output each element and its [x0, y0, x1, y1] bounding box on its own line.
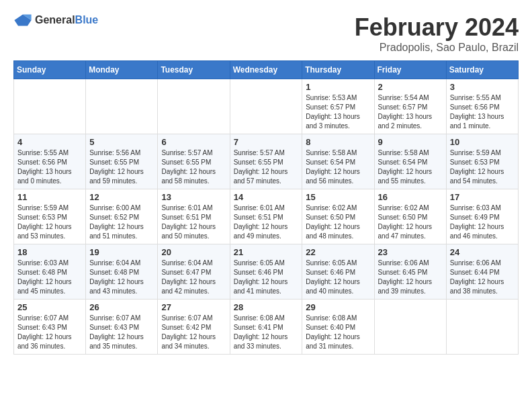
- day-cell: 9Sunrise: 5:58 AM Sunset: 6:54 PM Daylig…: [374, 134, 446, 189]
- day-cell: 25Sunrise: 6:07 AM Sunset: 6:43 PM Dayli…: [14, 300, 86, 355]
- day-cell: 1Sunrise: 5:53 AM Sunset: 6:57 PM Daylig…: [302, 79, 374, 134]
- day-info: Sunrise: 6:07 AM Sunset: 6:43 PM Dayligh…: [17, 314, 82, 351]
- day-number: 12: [89, 192, 154, 202]
- day-info: Sunrise: 6:07 AM Sunset: 6:42 PM Dayligh…: [161, 314, 226, 351]
- week-row-1: 1Sunrise: 5:53 AM Sunset: 6:57 PM Daylig…: [14, 79, 519, 134]
- week-row-5: 25Sunrise: 6:07 AM Sunset: 6:43 PM Dayli…: [14, 300, 519, 355]
- day-info: Sunrise: 6:08 AM Sunset: 6:40 PM Dayligh…: [306, 314, 370, 351]
- day-number: 15: [306, 192, 370, 202]
- day-info: Sunrise: 5:54 AM Sunset: 6:57 PM Dayligh…: [378, 93, 443, 131]
- day-info: Sunrise: 5:53 AM Sunset: 6:57 PM Dayligh…: [306, 93, 370, 131]
- day-cell: 14Sunrise: 6:01 AM Sunset: 6:51 PM Dayli…: [230, 189, 302, 244]
- header-cell-friday: Friday: [374, 61, 446, 79]
- header-cell-thursday: Thursday: [302, 61, 374, 79]
- day-cell: [86, 79, 158, 134]
- day-info: Sunrise: 6:08 AM Sunset: 6:41 PM Dayligh…: [234, 314, 299, 351]
- day-number: 10: [450, 137, 515, 147]
- day-info: Sunrise: 5:58 AM Sunset: 6:54 PM Dayligh…: [306, 148, 370, 186]
- day-info: Sunrise: 5:57 AM Sunset: 6:55 PM Dayligh…: [234, 148, 299, 186]
- day-number: 24: [450, 247, 515, 257]
- day-info: Sunrise: 5:55 AM Sunset: 6:56 PM Dayligh…: [450, 93, 515, 131]
- day-cell: 13Sunrise: 6:01 AM Sunset: 6:51 PM Dayli…: [158, 189, 230, 244]
- day-cell: 21Sunrise: 6:05 AM Sunset: 6:46 PM Dayli…: [230, 244, 302, 300]
- day-info: Sunrise: 6:01 AM Sunset: 6:51 PM Dayligh…: [234, 203, 299, 241]
- day-number: 17: [450, 192, 515, 202]
- week-row-2: 4Sunrise: 5:55 AM Sunset: 6:56 PM Daylig…: [14, 134, 519, 189]
- day-number: 13: [161, 192, 226, 202]
- day-cell: [446, 300, 518, 355]
- day-cell: 16Sunrise: 6:02 AM Sunset: 6:50 PM Dayli…: [374, 189, 446, 244]
- day-number: 1: [306, 82, 370, 92]
- day-cell: 7Sunrise: 5:57 AM Sunset: 6:55 PM Daylig…: [230, 134, 302, 189]
- day-info: Sunrise: 6:06 AM Sunset: 6:44 PM Dayligh…: [450, 259, 515, 296]
- day-info: Sunrise: 6:05 AM Sunset: 6:46 PM Dayligh…: [306, 259, 370, 296]
- day-cell: 12Sunrise: 6:00 AM Sunset: 6:52 PM Dayli…: [86, 189, 158, 244]
- day-cell: 18Sunrise: 6:03 AM Sunset: 6:48 PM Dayli…: [14, 244, 86, 300]
- day-number: 19: [89, 247, 154, 257]
- logo-icon: [13, 13, 32, 27]
- day-info: Sunrise: 6:04 AM Sunset: 6:47 PM Dayligh…: [161, 259, 226, 296]
- header-cell-sunday: Sunday: [14, 61, 86, 79]
- day-info: Sunrise: 5:59 AM Sunset: 6:53 PM Dayligh…: [450, 148, 515, 186]
- day-cell: [374, 300, 446, 355]
- day-number: 21: [234, 247, 299, 257]
- header: GeneralBlue February 2024 Pradopolis, Sa…: [13, 13, 519, 54]
- header-cell-tuesday: Tuesday: [158, 61, 230, 79]
- day-cell: [158, 79, 230, 134]
- day-number: 29: [306, 302, 370, 312]
- day-number: 4: [17, 137, 82, 147]
- header-cell-monday: Monday: [86, 61, 158, 79]
- day-cell: [230, 79, 302, 134]
- day-info: Sunrise: 5:56 AM Sunset: 6:55 PM Dayligh…: [89, 148, 154, 186]
- day-cell: [14, 79, 86, 134]
- header-cell-wednesday: Wednesday: [230, 61, 302, 79]
- day-number: 9: [378, 137, 443, 147]
- day-cell: 26Sunrise: 6:07 AM Sunset: 6:43 PM Dayli…: [86, 300, 158, 355]
- logo: GeneralBlue: [13, 13, 98, 27]
- day-cell: 8Sunrise: 5:58 AM Sunset: 6:54 PM Daylig…: [302, 134, 374, 189]
- day-info: Sunrise: 6:03 AM Sunset: 6:48 PM Dayligh…: [17, 259, 82, 296]
- header-row: SundayMondayTuesdayWednesdayThursdayFrid…: [14, 61, 519, 79]
- day-number: 28: [234, 302, 299, 312]
- day-cell: 10Sunrise: 5:59 AM Sunset: 6:53 PM Dayli…: [446, 134, 518, 189]
- day-cell: 24Sunrise: 6:06 AM Sunset: 6:44 PM Dayli…: [446, 244, 518, 300]
- day-info: Sunrise: 6:06 AM Sunset: 6:45 PM Dayligh…: [378, 259, 443, 296]
- day-cell: 29Sunrise: 6:08 AM Sunset: 6:40 PM Dayli…: [302, 300, 374, 355]
- day-cell: 3Sunrise: 5:55 AM Sunset: 6:56 PM Daylig…: [446, 79, 518, 134]
- title-area: February 2024 Pradopolis, Sao Paulo, Bra…: [355, 13, 519, 54]
- day-info: Sunrise: 5:57 AM Sunset: 6:55 PM Dayligh…: [161, 148, 226, 186]
- day-number: 18: [17, 247, 82, 257]
- day-cell: 22Sunrise: 6:05 AM Sunset: 6:46 PM Dayli…: [302, 244, 374, 300]
- logo-text-general: General: [35, 14, 75, 26]
- day-number: 7: [234, 137, 299, 147]
- day-cell: 5Sunrise: 5:56 AM Sunset: 6:55 PM Daylig…: [86, 134, 158, 189]
- day-info: Sunrise: 6:05 AM Sunset: 6:46 PM Dayligh…: [234, 259, 299, 296]
- day-info: Sunrise: 6:01 AM Sunset: 6:51 PM Dayligh…: [161, 203, 226, 241]
- location-subtitle: Pradopolis, Sao Paulo, Brazil: [355, 42, 519, 54]
- day-info: Sunrise: 5:55 AM Sunset: 6:56 PM Dayligh…: [17, 148, 82, 186]
- day-cell: 20Sunrise: 6:04 AM Sunset: 6:47 PM Dayli…: [158, 244, 230, 300]
- day-number: 6: [161, 137, 226, 147]
- day-cell: 28Sunrise: 6:08 AM Sunset: 6:41 PM Dayli…: [230, 300, 302, 355]
- day-number: 2: [378, 82, 443, 92]
- day-number: 25: [17, 302, 82, 312]
- day-cell: 27Sunrise: 6:07 AM Sunset: 6:42 PM Dayli…: [158, 300, 230, 355]
- day-number: 23: [378, 247, 443, 257]
- day-number: 27: [161, 302, 226, 312]
- day-cell: 11Sunrise: 5:59 AM Sunset: 6:53 PM Dayli…: [14, 189, 86, 244]
- day-number: 5: [89, 137, 154, 147]
- day-info: Sunrise: 5:58 AM Sunset: 6:54 PM Dayligh…: [378, 148, 443, 186]
- week-row-3: 11Sunrise: 5:59 AM Sunset: 6:53 PM Dayli…: [14, 189, 519, 244]
- day-cell: 23Sunrise: 6:06 AM Sunset: 6:45 PM Dayli…: [374, 244, 446, 300]
- calendar-table: SundayMondayTuesdayWednesdayThursdayFrid…: [13, 60, 519, 355]
- day-cell: 2Sunrise: 5:54 AM Sunset: 6:57 PM Daylig…: [374, 79, 446, 134]
- day-cell: 6Sunrise: 5:57 AM Sunset: 6:55 PM Daylig…: [158, 134, 230, 189]
- logo-text-blue: Blue: [75, 14, 99, 26]
- day-number: 22: [306, 247, 370, 257]
- day-number: 20: [161, 247, 226, 257]
- day-number: 26: [89, 302, 154, 312]
- day-cell: 15Sunrise: 6:02 AM Sunset: 6:50 PM Dayli…: [302, 189, 374, 244]
- day-cell: 17Sunrise: 6:03 AM Sunset: 6:49 PM Dayli…: [446, 189, 518, 244]
- header-cell-saturday: Saturday: [446, 61, 518, 79]
- day-number: 11: [17, 192, 82, 202]
